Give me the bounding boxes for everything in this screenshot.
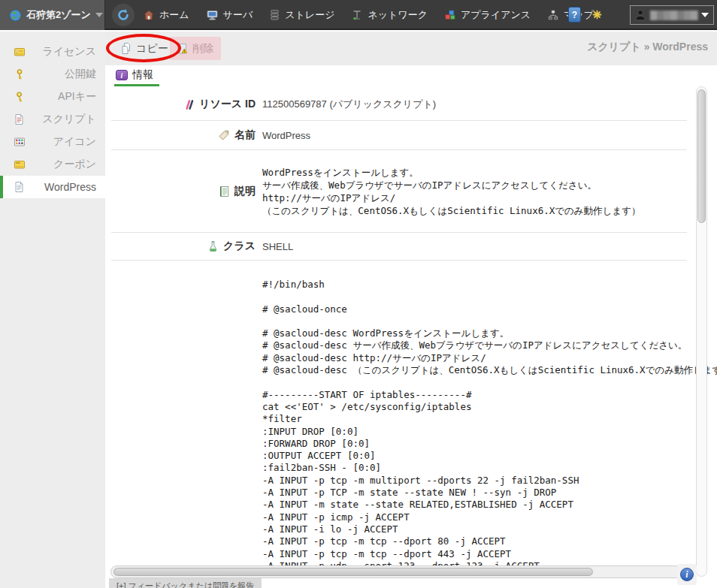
key-icon [14, 68, 26, 80]
copy-button-label: コピー [136, 42, 168, 56]
sidebar-item-icon[interactable]: アイコン [0, 131, 105, 153]
resource-id-label: リソース ID [199, 98, 256, 111]
active-tab-indicator [114, 84, 159, 86]
vertical-scrollbar-track[interactable] [696, 86, 707, 577]
nav-label: ストレージ [285, 8, 334, 22]
appliance-icon [444, 9, 456, 21]
copy-icon [120, 42, 132, 55]
sidebar-item-wordpress[interactable]: WordPress [0, 176, 105, 198]
user-account-menu[interactable] [630, 5, 714, 25]
resource-id-row: リソース ID 112500569787 (パブリックスクリプト) [111, 89, 687, 121]
sidebar-item-label: 公開鍵 [65, 68, 96, 81]
sidebar: ライセンス 公開鍵 APIキー スクリプト アイコン クーポン WordPr [0, 32, 105, 588]
breadcrumb: スクリプト » WordPress [587, 41, 708, 54]
info-button[interactable]: i [677, 564, 697, 585]
nav-item-appliance[interactable]: アプライアンス [444, 8, 531, 22]
license-icon [14, 46, 26, 58]
nav-item-storage[interactable]: ストレージ [269, 8, 334, 22]
coupon-icon [14, 158, 26, 170]
zone-label: 石狩第2ゾーン [26, 8, 91, 22]
top-navigation-bar: 石狩第2ゾーン ホーム サーバ ストレージ [0, 0, 717, 30]
sidebar-item-coupon[interactable]: クーポン [0, 153, 105, 176]
map-icon [547, 9, 559, 21]
user-icon [634, 8, 647, 22]
sidebar-item-label: スクリプト [42, 113, 96, 126]
star-icon [592, 10, 602, 20]
help-button[interactable]: ? [568, 7, 581, 23]
document-icon [14, 113, 25, 125]
class-label-cell: クラス [111, 240, 256, 253]
name-label: 名前 [234, 128, 256, 142]
class-row: クラス SHELL [111, 233, 687, 261]
sidebar-item-public-key[interactable]: 公開鍵 [0, 63, 105, 86]
nav-label: サーバ [223, 8, 253, 22]
nav-label: アプライアンス [461, 8, 531, 22]
network-icon [351, 9, 363, 21]
main-navigation: ホーム サーバ ストレージ ネットワーク アプライアンス [143, 0, 594, 30]
sidebar-item-script[interactable]: スクリプト [0, 108, 105, 131]
horizontal-scrollbar-thumb[interactable] [113, 568, 593, 576]
sakura-cloud-console: { "topbar": { "zone_label": "石狩第2ゾーン", "… [0, 0, 717, 588]
action-toolbar: コピー 削除 スクリプト » WordPress [105, 32, 717, 65]
feedback-link[interactable]: [+] フィードバックまたは問題を報告 [109, 578, 262, 588]
nav-item-network[interactable]: ネットワーク [351, 8, 428, 22]
nav-item-server[interactable]: サーバ [206, 8, 253, 22]
resource-id-value: 112500569787 (パブリックスクリプト) [256, 98, 436, 111]
chevron-down-icon [95, 13, 103, 17]
horizontal-scrollbar-track[interactable] [110, 565, 691, 578]
description-label-cell: 説明 [111, 185, 256, 198]
sidebar-item-label: APIキー [58, 90, 96, 104]
document-icon [14, 181, 25, 193]
vertical-scrollbar-thumb[interactable] [697, 89, 706, 223]
globe-icon [9, 9, 22, 22]
script-detail-panel: リソース ID 112500569787 (パブリックスクリプト) 名前 Wor… [105, 89, 717, 588]
user-name-redacted [650, 11, 698, 20]
key-icon [14, 91, 26, 103]
chevron-down-icon [701, 13, 709, 17]
name-row: 名前 WordPress [111, 121, 687, 150]
info-tab-icon: i [116, 70, 128, 80]
notebook-icon [219, 185, 230, 198]
sidebar-item-label: ライセンス [42, 45, 96, 59]
help-icon: ? [572, 10, 577, 20]
sidebar-item-label: WordPress [44, 181, 96, 193]
nav-label: ホーム [159, 8, 189, 22]
delete-icon [177, 43, 189, 55]
sidebar-item-label: アイコン [53, 135, 96, 149]
sidebar-item-api-key[interactable]: APIキー [0, 86, 105, 108]
name-value: WordPress [256, 130, 310, 141]
delete-button-label: 削除 [192, 42, 213, 56]
name-label-cell: 名前 [111, 128, 256, 142]
icon-grid-icon [14, 136, 26, 148]
description-row: 説明 WordPressをインストールします。 サーバ作成後、Webブラウザでサ… [111, 150, 687, 233]
flask-icon [207, 240, 219, 252]
zone-selector[interactable]: 石狩第2ゾーン [0, 0, 105, 30]
tab-bar: i 情報 [105, 65, 717, 89]
storage-icon [269, 9, 280, 21]
refresh-icon [116, 8, 130, 22]
sidebar-item-label: クーポン [53, 158, 96, 171]
home-icon [143, 9, 155, 21]
sidebar-item-license[interactable]: ライセンス [0, 41, 105, 63]
nav-label: ネットワーク [368, 8, 428, 22]
nav-item-home[interactable]: ホーム [143, 8, 189, 22]
server-icon [206, 9, 219, 21]
tag-icon [218, 129, 230, 141]
script-source-code[interactable]: #!/bin/bash # @sacloud-once # @sacloud-d… [262, 279, 717, 572]
info-icon: i [680, 568, 694, 581]
resource-id-label-cell: リソース ID [111, 98, 256, 111]
tab-info-label: 情報 [132, 68, 153, 82]
resource-id-icon [183, 99, 195, 110]
refresh-button[interactable] [112, 4, 135, 26]
delete-button-disabled[interactable]: 削除 [170, 37, 221, 60]
class-value: SHELL [256, 241, 293, 252]
class-label: クラス [223, 240, 256, 253]
description-label: 説明 [234, 185, 256, 198]
copy-button[interactable]: コピー [113, 37, 176, 60]
description-value: WordPressをインストールします。 サーバ作成後、Webブラウザでサーバの… [256, 166, 641, 217]
